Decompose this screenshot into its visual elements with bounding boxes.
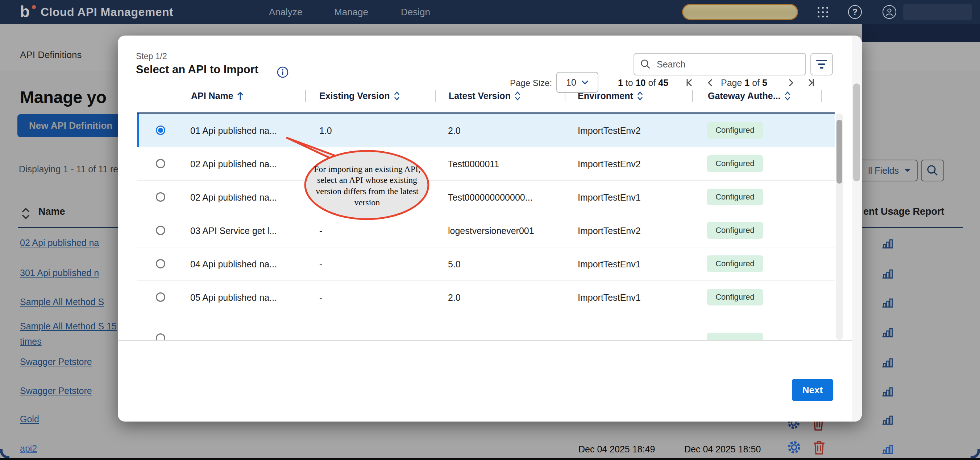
cell-api-name: 03 API Service get l... xyxy=(190,226,277,236)
cell-environment: ImportTestEnv1 xyxy=(578,259,641,270)
profile-icon[interactable] xyxy=(883,5,896,19)
table-row[interactable]: 04 Api published na... - 5.0 ImportTestE… xyxy=(137,247,835,280)
radio-unselected[interactable] xyxy=(156,192,165,202)
cell-api-name: 04 Api published na... xyxy=(190,259,277,270)
column-separator xyxy=(435,90,436,102)
cell-existing-version: - xyxy=(319,292,322,303)
help-icon[interactable]: ? xyxy=(848,5,862,19)
cell-api-name: 01 Api published na... xyxy=(190,126,277,136)
person-icon xyxy=(885,8,894,16)
column-existing-version[interactable]: Existing Version xyxy=(319,91,400,101)
table-row[interactable]: 02 Api published na... Test000000000000.… xyxy=(137,180,835,214)
radio-unselected[interactable] xyxy=(156,226,165,235)
column-separator xyxy=(821,90,822,102)
modal-scrollbar-thumb[interactable] xyxy=(853,83,860,181)
info-icon[interactable] xyxy=(277,66,289,78)
page-size-label: Page Size: xyxy=(510,78,552,88)
chevron-down-icon xyxy=(581,80,589,85)
cell-latest-version: 5.0 xyxy=(448,259,461,270)
cell-api-name: 02 Api published na... xyxy=(190,192,277,203)
next-page-button[interactable] xyxy=(784,75,799,90)
application-window: API Definitions Manage yo New API Defini… xyxy=(0,0,980,460)
row-divider xyxy=(137,314,835,314)
cell-environment: ImportTestEnv2 xyxy=(578,226,641,236)
table-row[interactable]: 01 Api published na... 1.0 2.0 ImportTes… xyxy=(137,113,835,147)
cell-latest-version: logestversionever001 xyxy=(448,226,534,236)
cell-api-name: 02 Api published na... xyxy=(190,159,277,169)
sort-asc-icon xyxy=(237,91,243,101)
status-badge: Configured xyxy=(707,222,763,239)
table-row[interactable]: 02 Api published na... Test0000011 Impor… xyxy=(137,147,835,180)
app-title: Cloud API Management xyxy=(41,5,173,19)
cell-api-name: 05 Api published na... xyxy=(190,292,277,303)
cell-latest-version: 2.0 xyxy=(448,126,461,136)
import-api-modal: Step 1/2 Select an API to Import API Nam… xyxy=(118,35,862,422)
modal-title: Select an API to Import xyxy=(136,63,258,76)
status-badge: Configured xyxy=(707,289,763,305)
next-button[interactable]: Next xyxy=(792,379,833,401)
cell-latest-version: Test000000000000... xyxy=(448,192,533,203)
nav-design[interactable]: Design xyxy=(401,6,430,18)
app-header: b Cloud API Management Analyze Manage De… xyxy=(0,0,980,24)
status-badge: Configured xyxy=(707,188,763,205)
brand-logo: b xyxy=(20,3,30,20)
api-table-body: 01 Api published na... 1.0 2.0 ImportTes… xyxy=(137,113,835,340)
cell-environment: ImportTestEnv2 xyxy=(578,159,641,169)
selected-row-accent xyxy=(137,113,139,147)
column-latest-version[interactable]: Latest Version xyxy=(449,91,521,101)
sort-icon xyxy=(394,91,400,101)
column-gateway-auth[interactable]: Gateway Authe... xyxy=(708,91,791,101)
search-icon xyxy=(640,59,651,70)
radio-selected[interactable] xyxy=(156,126,165,135)
status-badge xyxy=(707,333,763,340)
status-badge: Configured xyxy=(707,122,763,139)
radio-unselected[interactable] xyxy=(156,292,165,302)
status-badge: Configured xyxy=(707,155,763,172)
radio-unselected[interactable] xyxy=(156,159,165,168)
nav-manage[interactable]: Manage xyxy=(334,6,368,18)
wizard-step: Step 1/2 xyxy=(136,51,167,61)
callout-text: For importing an existing API, select an… xyxy=(309,162,425,210)
sort-icon xyxy=(514,91,521,101)
column-separator xyxy=(305,90,306,102)
page-size-select[interactable]: 10 xyxy=(556,72,598,93)
cell-latest-version: Test0000011 xyxy=(448,159,499,169)
cell-environment: ImportTestEnv2 xyxy=(578,126,641,136)
table-row[interactable]: 05 Api published na... - 2.0 ImportTestE… xyxy=(137,280,835,314)
table-row[interactable]: 03 API Service get l... - logestversione… xyxy=(137,214,835,247)
nav-analyze[interactable]: Analyze xyxy=(269,6,302,18)
column-api-name[interactable]: API Name xyxy=(191,91,243,101)
cell-environment: ImportTestEnv1 xyxy=(578,292,641,303)
redacted-text-region xyxy=(903,4,972,20)
brand-logo-dot xyxy=(32,5,36,9)
radio-unselected[interactable] xyxy=(156,334,165,340)
sort-icon xyxy=(784,91,791,101)
cell-environment: ImportTestEnv1 xyxy=(578,192,641,203)
filter-button[interactable] xyxy=(810,53,833,75)
redacted-account-pill xyxy=(682,4,798,20)
previous-page-button[interactable] xyxy=(703,75,717,90)
pagination-status: Page 1 of 5 xyxy=(721,78,767,88)
sort-icon xyxy=(637,91,643,101)
modal-footer xyxy=(118,340,862,388)
window-bottom-edge xyxy=(0,458,980,460)
last-page-button[interactable] xyxy=(804,75,819,90)
radio-unselected[interactable] xyxy=(156,259,165,268)
app-grid-icon[interactable] xyxy=(818,7,829,19)
search-input[interactable] xyxy=(656,59,795,70)
column-separator xyxy=(692,90,693,102)
filter-icon xyxy=(816,60,827,61)
table-scrollbar-thumb[interactable] xyxy=(837,120,842,184)
cell-latest-version: 2.0 xyxy=(448,292,461,303)
pagination-range: 1 to 10 of 45 xyxy=(618,78,738,88)
first-page-button[interactable] xyxy=(682,75,696,90)
modal-search[interactable] xyxy=(633,53,806,75)
status-badge: Configured xyxy=(707,256,763,272)
